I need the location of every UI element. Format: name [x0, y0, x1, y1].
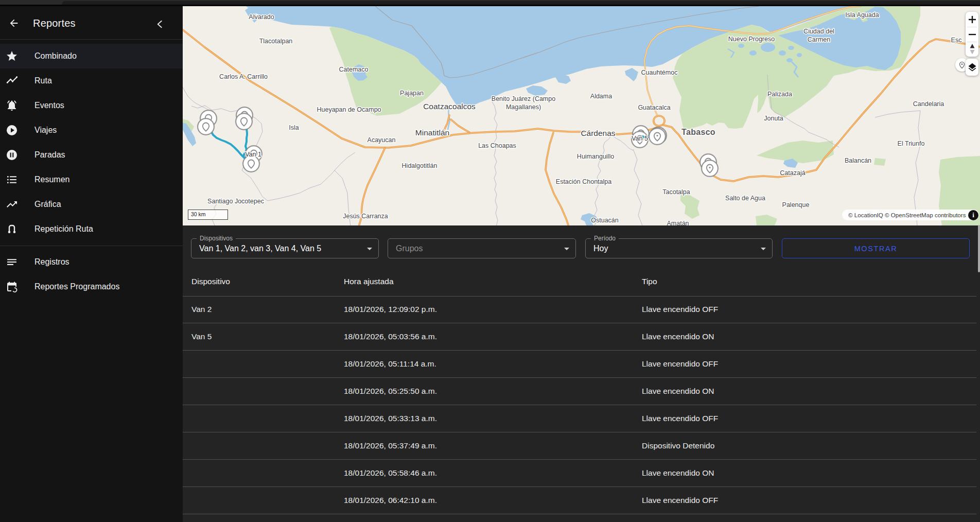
svg-text:Van 1: Van 1 — [245, 151, 261, 158]
svg-text:Hidalgotitlán: Hidalgotitlán — [402, 162, 437, 169]
svg-text:Nuevo Progreso: Nuevo Progreso — [728, 36, 775, 43]
svg-text:Cárdenas: Cárdenas — [581, 129, 615, 137]
svg-text:Tlacotalpan: Tlacotalpan — [259, 38, 293, 45]
svg-text:Ostuacán: Ostuacán — [591, 217, 619, 224]
svg-text:Alvarado: Alvarado — [249, 13, 274, 21]
svg-text:Tacotalpa: Tacotalpa — [662, 188, 690, 196]
svg-text:Ciudad del: Ciudad del — [803, 28, 834, 35]
svg-text:Pajapan: Pajapan — [400, 90, 424, 97]
svg-text:Salto de Agua: Salto de Agua — [725, 195, 765, 202]
svg-text:Carmen: Carmen — [808, 36, 831, 43]
svg-text:Amatán: Amatán — [667, 220, 689, 225]
svg-text:Cuauhtémoc: Cuauhtémoc — [641, 69, 678, 76]
svg-text:Aldama: Aldama — [590, 93, 612, 100]
svg-text:Esc: Esc — [951, 37, 962, 44]
svg-text:Hueyapan de Ocampo: Hueyapan de Ocampo — [317, 106, 381, 113]
svg-text:Palizada: Palizada — [767, 91, 792, 98]
svg-text:Santiago Jocotepec: Santiago Jocotepec — [207, 198, 264, 205]
svg-text:Acayucan: Acayucan — [367, 136, 396, 144]
svg-text:Benito Juárez (Campo: Benito Juárez (Campo — [492, 95, 555, 102]
svg-text:Minatitlán: Minatitlán — [415, 128, 449, 137]
svg-text:Magallanes): Magallanes) — [506, 103, 541, 111]
svg-text:Jonuta: Jonuta — [764, 115, 783, 122]
svg-text:Balancán: Balancán — [845, 157, 871, 164]
svg-text:Huimanguillo: Huimanguillo — [577, 153, 614, 160]
svg-text:Coatzacoalcos: Coatzacoalcos — [423, 102, 476, 111]
svg-text:Van 5: Van 5 — [632, 135, 648, 142]
svg-text:Isla: Isla — [289, 124, 299, 131]
svg-text:Estación Chontalpa: Estación Chontalpa — [556, 178, 611, 185]
svg-text:Guatacalca: Guatacalca — [638, 104, 670, 111]
svg-text:Isla Aguada: Isla Aguada — [845, 11, 879, 19]
svg-text:Catemaco: Catemaco — [339, 66, 369, 73]
svg-text:Las Choapas: Las Choapas — [478, 142, 516, 149]
svg-text:El Triunfo: El Triunfo — [898, 140, 925, 147]
svg-text:Candelaria: Candelaria — [913, 100, 944, 108]
svg-text:Catazajá: Catazajá — [780, 169, 805, 177]
svg-text:Tabasco: Tabasco — [681, 128, 715, 136]
svg-text:Palenque: Palenque — [782, 201, 810, 208]
svg-text:Carlos A. Carrillo: Carlos A. Carrillo — [219, 73, 268, 80]
svg-text:Jesús Carranza: Jesús Carranza — [343, 213, 388, 220]
